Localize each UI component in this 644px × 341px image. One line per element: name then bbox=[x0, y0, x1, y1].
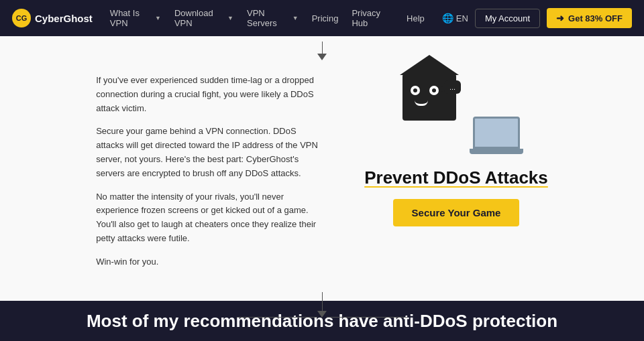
left-pupil bbox=[413, 88, 417, 92]
vertical-line bbox=[322, 292, 323, 311]
arrow-right-icon: ➜ bbox=[556, 13, 564, 23]
left-text-block: If you've ever experienced sudden time-l… bbox=[96, 74, 324, 279]
arrow-tip bbox=[317, 311, 327, 318]
content-row: If you've ever experienced sudden time-l… bbox=[56, 60, 588, 292]
right-side-block: ... Prevent DDoS Attacks Secure Your Gam… bbox=[364, 74, 548, 226]
nav-item-vpn-servers[interactable]: VPN Servers ▼ bbox=[241, 4, 304, 32]
logo-text: CyberGhost bbox=[35, 13, 93, 24]
left-eye bbox=[411, 86, 420, 95]
arrow-down-top-icon bbox=[316, 42, 328, 60]
nav-item-pricing[interactable]: Pricing bbox=[307, 9, 344, 27]
paragraph-1: If you've ever experienced sudden time-l… bbox=[96, 74, 324, 115]
navbar: CG CyberGhost What Is VPN ▼ Download VPN… bbox=[0, 0, 644, 36]
right-eye bbox=[429, 86, 439, 95]
paragraph-2: Secure your game behind a VPN connection… bbox=[96, 125, 324, 180]
ddos-illustration: ... bbox=[389, 74, 523, 161]
get-off-button[interactable]: ➜ Get 83% OFF bbox=[547, 8, 632, 28]
ddos-title: Prevent DDoS Attacks bbox=[364, 167, 548, 188]
right-line-segment bbox=[327, 317, 407, 318]
globe-icon: 🌐 bbox=[442, 13, 453, 23]
center-arrow bbox=[317, 292, 327, 318]
nav-item-what-is-vpn[interactable]: What Is VPN ▼ bbox=[105, 4, 166, 32]
right-pupil bbox=[432, 88, 436, 92]
main-content: If you've ever experienced sudden time-l… bbox=[0, 36, 644, 301]
house-mouth bbox=[415, 100, 428, 106]
logo-icon: CG bbox=[12, 9, 31, 27]
bottom-line-row bbox=[237, 292, 407, 318]
my-account-button[interactable]: My Account bbox=[475, 9, 540, 28]
chevron-down-icon: ▼ bbox=[292, 15, 299, 21]
nav-right: 🌐 EN My Account ➜ Get 83% OFF bbox=[442, 8, 632, 28]
laptop-base bbox=[470, 149, 523, 154]
nav-items: What Is VPN ▼ Download VPN ▼ VPN Servers… bbox=[105, 4, 430, 32]
laptop-icon bbox=[473, 117, 523, 154]
house-roof bbox=[400, 55, 459, 75]
house-eyes bbox=[411, 86, 439, 95]
arrow-down-bottom-icon bbox=[237, 292, 407, 318]
paragraph-4: Win-win for you. bbox=[96, 255, 324, 269]
language-selector[interactable]: 🌐 EN bbox=[442, 13, 468, 23]
logo[interactable]: CG CyberGhost bbox=[12, 9, 93, 27]
secure-game-button[interactable]: Secure Your Game bbox=[393, 199, 520, 226]
left-line-segment bbox=[237, 317, 317, 318]
chevron-down-icon: ▼ bbox=[227, 15, 233, 21]
nav-item-download-vpn[interactable]: Download VPN ▼ bbox=[169, 4, 239, 32]
nav-item-privacy-hub[interactable]: Privacy Hub bbox=[346, 4, 398, 32]
paragraph-3: No matter the intensity of your rivals, … bbox=[96, 190, 324, 246]
speech-bubble: ... bbox=[444, 80, 461, 94]
chevron-down-icon: ▼ bbox=[155, 15, 161, 21]
laptop-screen bbox=[473, 117, 520, 149]
nav-item-help[interactable]: Help bbox=[401, 9, 430, 27]
